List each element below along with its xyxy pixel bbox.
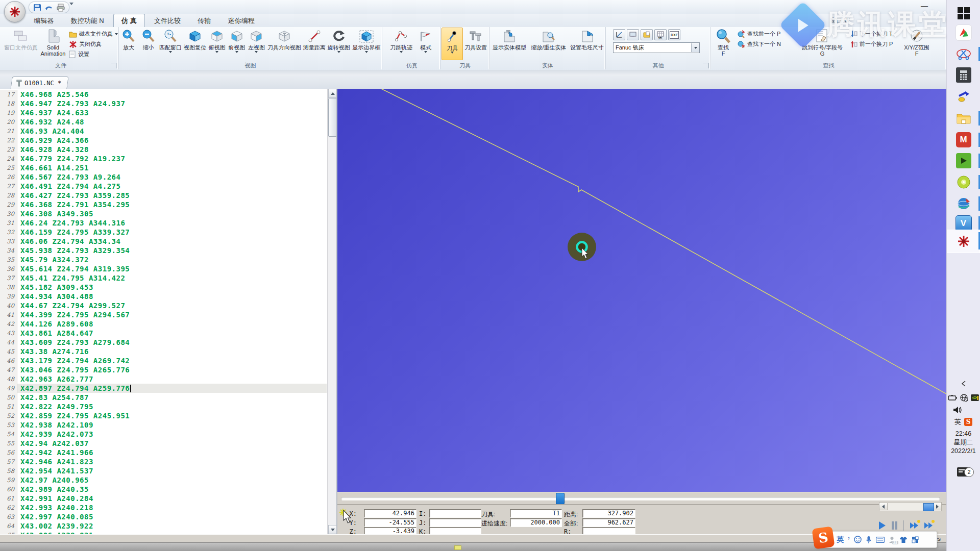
settings-button[interactable]: 设置 [67,49,119,59]
scrollbar-thumb[interactable] [328,98,337,137]
code-line[interactable]: 33 X46.06 Z24.794 A334.34 [0,237,327,246]
skin-shirt-icon[interactable] [899,536,908,543]
taskbar-paint-brush-icon[interactable] [947,86,980,107]
solid-animation-button[interactable]: Solid Animation [39,28,67,60]
taskbar-snipping-tool-icon[interactable] [947,44,980,64]
tab-simulation[interactable]: 仿 真 [113,14,145,27]
code-line[interactable]: 63 X42.997 A240.085 [0,512,327,521]
slider-handle[interactable] [556,493,565,505]
machine-select[interactable]: Fanuc 铣床 [613,42,700,53]
sogou-tray-icon[interactable]: S [964,418,972,426]
top-view-button[interactable]: 俯视图 [207,28,227,60]
volume-icon[interactable] [947,406,980,414]
slider-track[interactable] [341,497,940,500]
disk-file-sim-button[interactable]: 磁盘文件仿真 [67,29,119,39]
code-line[interactable]: 54 X42.939 A242.073 [0,430,327,439]
print-icon[interactable] [57,4,65,12]
code-line[interactable]: 34 X45.938 Z24.793 A329.354 [0,246,327,255]
code-line[interactable]: 56 X42.942 A241.966 [0,448,327,457]
code-line[interactable]: 38 X45.182 A309.453 [0,283,327,292]
prev-toolchange-button[interactable]: 前一个换刀 P [849,39,901,49]
reset-view-button[interactable]: 视图复位 [183,28,207,60]
dialog-launcher-icon[interactable] [703,63,708,68]
xyz-range-button[interactable]: X/Y/Z范围 F [901,28,933,60]
taskbar-calculator-icon[interactable] [947,65,980,85]
taskbar-cnc-editor-icon[interactable] [947,231,980,252]
toolbox-grid-icon[interactable] [912,536,919,543]
code-line[interactable]: 58 X42.954 A241.537 [0,466,327,475]
punctuation-toggle-icon[interactable]: ’ [848,536,850,544]
code-line[interactable]: 44 X43.609 Z24.793 A279.684 [0,338,327,347]
rotate-view-button[interactable]: 旋转视图 [327,28,351,60]
code-line[interactable]: 24 X46.779 Z24.792 A19.237 [0,154,327,163]
pause-icon[interactable] [892,521,897,530]
code-line[interactable]: 17 X46.968 A25.546 [0,90,327,99]
emoji-icon[interactable] [854,536,862,543]
code-line[interactable]: 51 X42.822 A249.795 [0,402,327,411]
taskbar-tencent-classroom-icon[interactable] [947,22,980,43]
scroll-left-icon[interactable] [879,503,888,510]
nvidia-tray-icon[interactable] [971,394,979,401]
close-sim-button[interactable]: 关闭仿真 [67,39,119,49]
code-line[interactable]: 57 X42.946 A241.823 [0,457,327,466]
axes-display-button[interactable] [613,29,625,40]
code-line[interactable]: 59 X42.97 A240.965 [0,475,327,485]
tool-button[interactable]: 刀具 [442,28,463,60]
bounding-box-button[interactable]: 显示边界框 [351,28,382,60]
battery-icon[interactable] [948,395,957,400]
code-line[interactable]: 25 X46.661 A14.251 [0,163,327,172]
feed-value-field[interactable]: 2000.000 [510,518,562,527]
ime-mode-toggle[interactable]: 英 [837,535,844,544]
code-line[interactable]: 47 X43.046 Z24.795 A265.776 [0,365,327,374]
front-view-button[interactable]: 前视图 [227,28,247,60]
zoom-in-button[interactable]: 放大 [119,28,139,60]
total-value-field[interactable]: 962.627 [582,518,635,527]
sogou-logo-icon[interactable]: S [812,526,835,549]
taskbar-browser-globe-icon[interactable] [947,193,980,214]
taskbar-disc-app-icon[interactable] [947,172,980,192]
i-value-field[interactable] [429,509,481,518]
code-line[interactable]: 37 X45.41 Z24.795 A314.422 [0,273,327,283]
code-line[interactable]: 36 X45.614 Z24.794 A319.395 [0,264,327,273]
tab-file-compare[interactable]: 文件比较 [146,14,188,27]
code-line[interactable]: 50 X42.83 A254.787 [0,393,327,402]
document-tab[interactable]: O1001.NC * [10,77,69,89]
code-line[interactable]: 22 X46.929 A24.366 [0,136,327,145]
code-line[interactable]: 49 X42.897 Z24.794 A259.776 [0,384,327,393]
j-value-field[interactable] [429,518,481,527]
stl-export-button[interactable]: STL [654,29,667,40]
minimize-button[interactable]: — [918,3,931,10]
tool-direction-view-button[interactable]: 刀具方向视图 [266,28,302,60]
code-line[interactable]: 53 X42.938 A242.109 [0,420,327,430]
file-option-button[interactable] [641,29,653,40]
code-line[interactable]: 52 X42.859 Z24.795 A245.951 [0,411,327,420]
combo-dropdown-icon[interactable] [691,43,699,52]
measure-distance-button[interactable]: 测量距离 [302,28,327,60]
tray-expand[interactable] [947,380,980,387]
code-line[interactable]: 48 X42.963 A262.777 [0,374,327,384]
code-line[interactable]: 20 X46.932 A24.48 [0,117,327,127]
stock-size-button[interactable]: 设置毛坯尺寸 [569,28,605,60]
machine-display-button[interactable] [627,29,639,40]
play-icon[interactable] [879,521,886,530]
tab-mini-program[interactable]: 迷你编程 [220,14,262,27]
window-menu[interactable]: 窗口 W [830,16,850,25]
window-file-sim-button[interactable]: 窗口文件仿真 [3,28,39,60]
x-value-field[interactable]: 42.946 [364,509,416,518]
code-line[interactable]: 29 X46.368 Z24.791 A354.295 [0,200,327,209]
microphone-icon[interactable] [866,536,872,544]
app-menu-button[interactable] [4,1,26,22]
simulation-progress-slider[interactable] [337,492,947,505]
code-line[interactable]: 26 X46.567 Z24.793 A9.264 [0,172,327,182]
code-line[interactable]: 31 X46.24 Z24.793 A344.316 [0,218,327,228]
mode-button[interactable]: 模式 [415,28,436,60]
code-line[interactable]: 65 X43.006 A239.821 [0,531,327,534]
code-line[interactable]: 32 X46.159 Z24.795 A339.327 [0,228,327,237]
fit-window-button[interactable]: +- 匹配窗口 [158,28,183,60]
fast-forward-icon[interactable] [910,522,918,529]
login-user-icon[interactable]: 28 [889,536,895,543]
qat-dropdown-icon[interactable] [69,5,74,12]
find-next-button[interactable]: 查找下一个 N [736,39,796,49]
code-line[interactable]: 64 X43.002 A239.922 [0,521,327,531]
undo-icon[interactable] [45,4,53,12]
